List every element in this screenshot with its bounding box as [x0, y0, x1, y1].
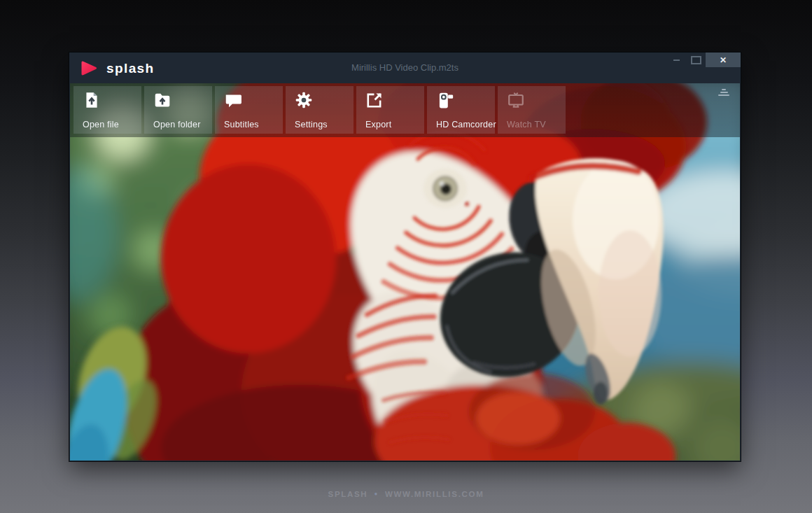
titlebar[interactable]: splash Mirillis HD Video Clip.m2ts ✕ — [69, 52, 741, 83]
window-title: Mirillis HD Video Clip.m2ts — [69, 52, 741, 83]
toolbar-button-label: Open file — [83, 120, 119, 129]
desktop-footer: SPLASH●WWW.MIRILLIS.COM — [0, 490, 812, 498]
collapse-toolbar-icon[interactable] — [717, 87, 731, 97]
minimize-button[interactable] — [666, 52, 686, 67]
settings-gear-icon — [295, 91, 313, 109]
toolbar-button-label: Watch TV — [507, 120, 546, 129]
window-controls: ✕ — [666, 52, 741, 67]
open-folder-icon — [153, 91, 172, 109]
subtitles-button[interactable]: Subtitles — [215, 86, 283, 134]
footer-url: WWW.MIRILLIS.COM — [385, 490, 484, 498]
settings-button[interactable]: Settings — [286, 86, 354, 134]
footer-separator-dot: ● — [374, 491, 379, 497]
video-frame-parrot — [70, 83, 740, 461]
subtitles-icon — [224, 91, 242, 109]
toolbar-button-label: Settings — [295, 120, 328, 129]
toolbar-button-label: Subtitles — [224, 120, 259, 129]
camcorder-icon — [436, 91, 454, 109]
splash-player-window: splash Mirillis HD Video Clip.m2ts ✕ — [69, 52, 741, 461]
hd-camcorder-button[interactable]: HD Camcorder — [427, 86, 495, 134]
desktop-background: splash Mirillis HD Video Clip.m2ts ✕ — [0, 0, 812, 513]
splash-logo: splash — [79, 52, 155, 83]
video-viewport[interactable]: Open file Open folder Subtitles — [70, 83, 740, 461]
close-button[interactable]: ✕ — [706, 52, 741, 67]
play-logo-icon — [79, 60, 98, 76]
toolbar-button-label: Export — [365, 120, 391, 129]
footer-brand: SPLASH — [328, 490, 368, 498]
open-folder-button[interactable]: Open folder — [144, 86, 212, 134]
maximize-button[interactable] — [686, 52, 706, 67]
open-file-button[interactable]: Open file — [74, 86, 141, 134]
export-icon — [365, 91, 384, 109]
open-file-icon — [83, 91, 101, 109]
toolbar-button-label: Open folder — [153, 120, 201, 129]
tv-icon — [507, 91, 525, 109]
maximize-icon — [691, 56, 701, 64]
minimize-icon — [673, 59, 680, 61]
toolbar: Open file Open folder Subtitles — [70, 83, 740, 137]
brand-wordmark: splash — [106, 62, 155, 75]
export-button[interactable]: Export — [356, 86, 424, 134]
toolbar-button-label: HD Camcorder — [436, 120, 496, 129]
watch-tv-button[interactable]: Watch TV — [498, 86, 566, 134]
